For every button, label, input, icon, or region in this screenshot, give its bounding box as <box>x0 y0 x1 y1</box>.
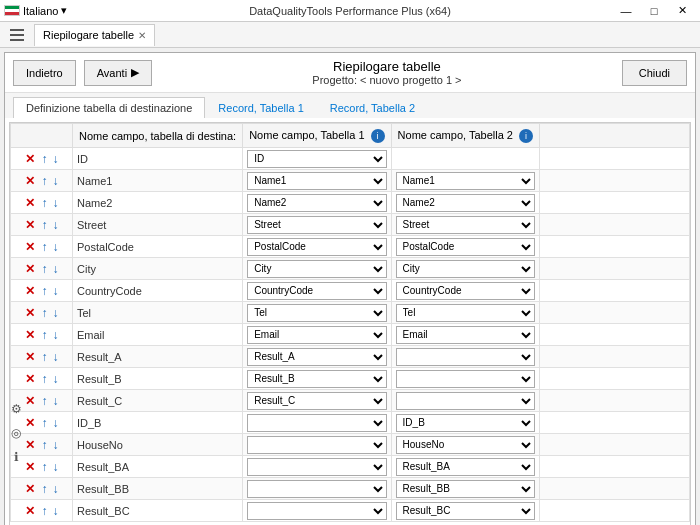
table2-select[interactable]: Name1 <box>396 172 535 190</box>
table1-select[interactable]: Result_B <box>247 370 386 388</box>
delete-button[interactable]: ✕ <box>23 262 37 276</box>
down-button[interactable]: ↓ <box>52 350 60 364</box>
table1-select[interactable]: ID <box>247 150 386 168</box>
up-button[interactable]: ↑ <box>41 284 49 298</box>
info-icon-table2[interactable]: i <box>519 129 533 143</box>
delete-button[interactable]: ✕ <box>23 416 37 430</box>
down-button[interactable]: ↓ <box>52 240 60 254</box>
table1-cell[interactable] <box>243 478 391 500</box>
table1-select[interactable]: Email <box>247 326 386 344</box>
table1-select[interactable]: Result_A <box>247 348 386 366</box>
delete-button[interactable]: ✕ <box>23 306 37 320</box>
table1-select-empty[interactable] <box>247 414 386 432</box>
table1-select-empty[interactable] <box>247 502 386 520</box>
table2-select[interactable]: Result_BC <box>396 502 535 520</box>
table2-cell[interactable]: Street <box>391 214 539 236</box>
up-button[interactable]: ↑ <box>41 262 49 276</box>
table1-select[interactable]: Tel <box>247 304 386 322</box>
down-button[interactable]: ↓ <box>52 218 60 232</box>
delete-button[interactable]: ✕ <box>23 350 37 364</box>
up-button[interactable]: ↑ <box>41 174 49 188</box>
table1-cell[interactable]: Name1 <box>243 170 391 192</box>
gear-icon[interactable]: ⚙ <box>8 401 24 417</box>
delete-button[interactable]: ✕ <box>23 174 37 188</box>
table1-cell[interactable] <box>243 456 391 478</box>
table2-cell[interactable]: Result_BB <box>391 478 539 500</box>
up-button[interactable]: ↑ <box>41 460 49 474</box>
table2-select[interactable] <box>396 370 535 388</box>
down-button[interactable]: ↓ <box>52 416 60 430</box>
table-container[interactable]: Nome campo, tabella di destina: Nome cam… <box>9 122 691 525</box>
table2-cell[interactable]: Tel <box>391 302 539 324</box>
table1-cell[interactable]: Email <box>243 324 391 346</box>
main-tab[interactable]: Riepilogare tabelle ✕ <box>34 24 155 46</box>
table1-cell[interactable]: Tel <box>243 302 391 324</box>
target-icon[interactable]: ◎ <box>8 425 24 441</box>
up-button[interactable]: ↑ <box>41 350 49 364</box>
table2-select[interactable]: CountryCode <box>396 282 535 300</box>
table2-select[interactable]: PostalCode <box>396 238 535 256</box>
delete-button[interactable]: ✕ <box>23 152 37 166</box>
table2-cell[interactable]: PostalCode <box>391 236 539 258</box>
table2-cell[interactable]: HouseNo <box>391 434 539 456</box>
tab-record-2[interactable]: Record, Tabella 2 <box>317 97 428 118</box>
table1-select-empty[interactable] <box>247 436 386 454</box>
next-button[interactable]: Avanti ▶ <box>84 60 152 86</box>
down-button[interactable]: ↓ <box>52 328 60 342</box>
table1-cell[interactable]: Street <box>243 214 391 236</box>
up-button[interactable]: ↑ <box>41 438 49 452</box>
table1-select[interactable]: Name2 <box>247 194 386 212</box>
delete-button[interactable]: ✕ <box>23 372 37 386</box>
table2-select[interactable]: Result_BB <box>396 480 535 498</box>
table2-cell[interactable]: City <box>391 258 539 280</box>
up-button[interactable]: ↑ <box>41 328 49 342</box>
tab-record-1[interactable]: Record, Tabella 1 <box>205 97 316 118</box>
table1-cell[interactable] <box>243 500 391 522</box>
table1-cell[interactable] <box>243 412 391 434</box>
table2-cell[interactable]: Name2 <box>391 192 539 214</box>
hamburger-menu[interactable] <box>4 22 30 48</box>
delete-button[interactable]: ✕ <box>23 394 37 408</box>
table2-select[interactable]: City <box>396 260 535 278</box>
up-button[interactable]: ↑ <box>41 372 49 386</box>
table1-select[interactable]: CountryCode <box>247 282 386 300</box>
delete-button[interactable]: ✕ <box>23 218 37 232</box>
table2-cell[interactable]: Name1 <box>391 170 539 192</box>
window-close-button[interactable]: ✕ <box>668 0 696 22</box>
table2-cell[interactable] <box>391 390 539 412</box>
delete-button[interactable]: ✕ <box>23 196 37 210</box>
table1-select-empty[interactable] <box>247 480 386 498</box>
close-button[interactable]: Chiudi <box>622 60 687 86</box>
tab-definition[interactable]: Definizione tabella di destinazione <box>13 97 205 118</box>
down-button[interactable]: ↓ <box>52 504 60 518</box>
down-button[interactable]: ↓ <box>52 284 60 298</box>
table1-cell[interactable]: City <box>243 258 391 280</box>
table2-select[interactable]: Tel <box>396 304 535 322</box>
table1-select[interactable]: Street <box>247 216 386 234</box>
down-button[interactable]: ↓ <box>52 460 60 474</box>
table2-select[interactable]: Street <box>396 216 535 234</box>
table1-select[interactable]: Result_C <box>247 392 386 410</box>
table1-select[interactable]: City <box>247 260 386 278</box>
table2-cell[interactable]: Result_BC <box>391 500 539 522</box>
up-button[interactable]: ↑ <box>41 240 49 254</box>
table1-select[interactable]: Name1 <box>247 172 386 190</box>
up-button[interactable]: ↑ <box>41 394 49 408</box>
table1-cell[interactable]: Result_A <box>243 346 391 368</box>
delete-button[interactable]: ✕ <box>23 460 37 474</box>
up-button[interactable]: ↑ <box>41 416 49 430</box>
table2-select[interactable]: ID_B <box>396 414 535 432</box>
down-button[interactable]: ↓ <box>52 372 60 386</box>
language-menu[interactable]: Italiano ▾ <box>4 4 67 17</box>
up-button[interactable]: ↑ <box>41 306 49 320</box>
down-button[interactable]: ↓ <box>52 196 60 210</box>
tab-close-icon[interactable]: ✕ <box>138 30 146 41</box>
maximize-button[interactable]: □ <box>640 0 668 22</box>
delete-button[interactable]: ✕ <box>23 504 37 518</box>
table2-cell[interactable]: Result_BA <box>391 456 539 478</box>
table2-select[interactable]: Email <box>396 326 535 344</box>
down-button[interactable]: ↓ <box>52 174 60 188</box>
down-button[interactable]: ↓ <box>52 394 60 408</box>
info-sidebar-icon[interactable]: ℹ <box>8 449 24 465</box>
table2-cell[interactable] <box>391 368 539 390</box>
